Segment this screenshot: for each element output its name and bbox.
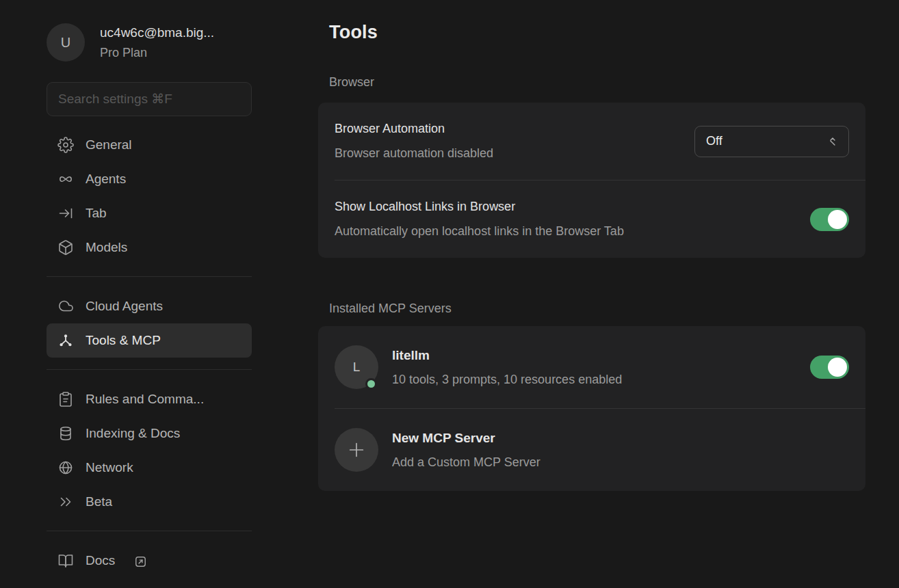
sidebar-item-label: Cloud Agents xyxy=(86,299,163,314)
new-mcp-server-avatar xyxy=(335,428,378,472)
chevrons-right-icon xyxy=(57,494,74,510)
mcp-server-toggle[interactable] xyxy=(810,356,849,379)
user-email: uc4w6c@bma.big... xyxy=(100,25,214,40)
mcp-server-avatar: L xyxy=(335,345,378,389)
section-label-browser: Browser xyxy=(329,75,855,90)
mcp-server-name: litellm xyxy=(392,348,810,363)
globe-icon xyxy=(57,459,74,476)
divider xyxy=(47,531,252,531)
gear-icon xyxy=(57,137,74,153)
sidebar-item-network[interactable]: Network xyxy=(47,451,252,485)
mcp-server-subtitle: 10 tools, 3 prompts, 10 resources enable… xyxy=(392,373,712,387)
localhost-links-row: Show Localhost Links in Browser Automati… xyxy=(318,181,865,258)
toggle-knob xyxy=(828,358,847,377)
sidebar-item-label: Beta xyxy=(86,494,112,509)
new-mcp-server-row[interactable]: New MCP Server Add a Custom MCP Server xyxy=(318,409,865,491)
cube-icon xyxy=(57,239,74,256)
setting-title: Browser Automation xyxy=(335,122,493,136)
sidebar-item-label: Models xyxy=(86,240,127,255)
sidebar-item-agents[interactable]: Agents xyxy=(47,162,252,196)
avatar-initial: U xyxy=(61,35,70,51)
sidebar-item-label: General xyxy=(86,137,132,152)
settings-main: Tools Browser Browser Automation Browser… xyxy=(318,0,865,491)
sidebar-item-label: Tools & MCP xyxy=(86,333,161,348)
section-label-mcp-servers: Installed MCP Servers xyxy=(329,302,855,316)
status-dot-online xyxy=(365,378,377,390)
user-account[interactable]: U uc4w6c@bma.big... Pro Plan xyxy=(47,23,252,62)
sidebar-item-models[interactable]: Models xyxy=(47,230,252,265)
sidebar-item-label: Docs xyxy=(86,553,115,568)
sidebar-item-general[interactable]: General xyxy=(47,128,252,162)
new-mcp-server-title: New MCP Server xyxy=(392,431,849,446)
sidebar-item-label: Network xyxy=(86,460,133,475)
chevron-up-down-icon xyxy=(826,135,839,148)
sidebar-item-rules-commands[interactable]: Rules and Comma... xyxy=(47,382,252,416)
setting-title: Show Localhost Links in Browser xyxy=(335,200,624,214)
sidebar-item-docs[interactable]: Docs xyxy=(47,544,252,578)
browser-automation-select[interactable]: Off xyxy=(694,126,849,157)
sidebar-item-label: Rules and Comma... xyxy=(86,392,204,407)
database-icon xyxy=(57,425,74,442)
book-icon xyxy=(57,552,74,569)
user-plan: Pro Plan xyxy=(100,46,214,60)
mcp-server-initial: L xyxy=(353,360,361,375)
new-mcp-server-subtitle: Add a Custom MCP Server xyxy=(392,455,712,470)
setting-subtitle: Automatically open localhost links in th… xyxy=(335,224,624,239)
selected-option: Off xyxy=(706,134,722,148)
infinity-icon xyxy=(57,171,74,187)
browser-settings-card: Browser Automation Browser automation di… xyxy=(318,103,865,258)
sidebar-item-label: Indexing & Docs xyxy=(86,426,180,441)
arrow-to-line-icon xyxy=(57,205,74,222)
search-settings-box xyxy=(47,82,252,116)
external-link-icon xyxy=(134,555,147,568)
plus-icon xyxy=(346,439,367,461)
sidebar-item-label: Tab xyxy=(86,206,107,221)
page-title: Tools xyxy=(329,22,855,43)
toggle-knob xyxy=(828,210,847,229)
clipboard-icon xyxy=(57,391,74,407)
sidebar-item-tab[interactable]: Tab xyxy=(47,196,252,230)
setting-subtitle: Browser automation disabled xyxy=(335,146,493,161)
sidebar-item-tools-mcp[interactable]: Tools & MCP xyxy=(47,323,252,358)
localhost-links-toggle[interactable] xyxy=(810,208,849,231)
mcp-servers-card: L litellm 10 tools, 3 prompts, 10 resour… xyxy=(318,326,865,491)
sidebar-item-beta[interactable]: Beta xyxy=(47,485,252,519)
mcp-nodes-icon xyxy=(57,332,74,349)
sidebar-nav: General Agents Tab Models Cloud Agents T… xyxy=(47,128,252,578)
divider xyxy=(47,276,252,277)
search-settings-input[interactable] xyxy=(58,92,240,107)
sidebar-item-cloud-agents[interactable]: Cloud Agents xyxy=(47,289,252,323)
settings-sidebar: U uc4w6c@bma.big... Pro Plan General Age… xyxy=(47,23,252,578)
browser-automation-row: Browser Automation Browser automation di… xyxy=(318,103,865,180)
cloud-icon xyxy=(57,298,74,315)
divider xyxy=(47,369,252,370)
avatar: U xyxy=(47,23,85,62)
mcp-server-row-litellm[interactable]: L litellm 10 tools, 3 prompts, 10 resour… xyxy=(318,326,865,408)
sidebar-item-label: Agents xyxy=(86,172,126,187)
sidebar-item-indexing-docs[interactable]: Indexing & Docs xyxy=(47,416,252,451)
